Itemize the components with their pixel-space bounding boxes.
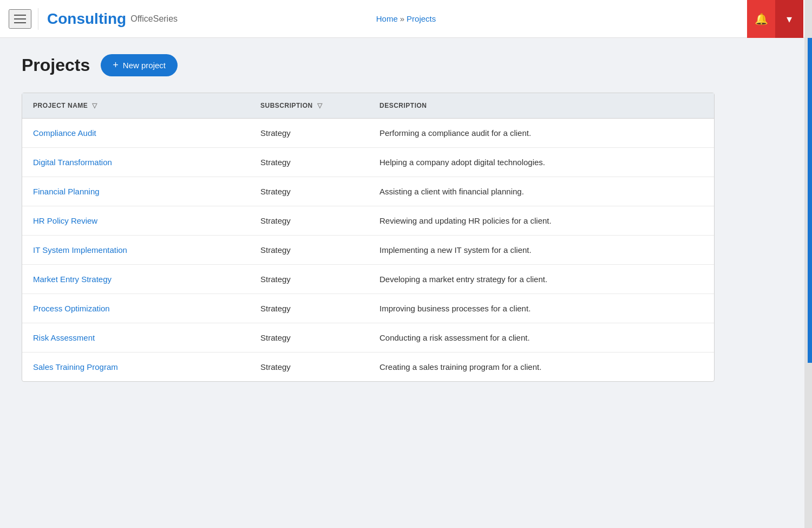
notification-bell-button[interactable]: 🔔	[747, 0, 775, 38]
description-cell: Assisting a client with financial planni…	[369, 177, 714, 206]
description-cell: Implementing a new IT system for a clien…	[369, 236, 714, 265]
subscription-cell: Strategy	[250, 323, 369, 353]
subscription-cell: Strategy	[250, 119, 369, 148]
table-row: HR Policy ReviewStrategyReviewing and up…	[22, 206, 714, 236]
project-name-link[interactable]: HR Policy Review	[33, 216, 97, 225]
breadcrumb: Home » Projects	[376, 14, 436, 23]
table-header: PROJECT NAME ▽ SUBSCRIPTION ▽ DESCRIPTIO…	[22, 93, 714, 119]
col-header-project-name[interactable]: PROJECT NAME ▽	[22, 93, 250, 119]
subscription-filter-icon[interactable]: ▽	[317, 102, 323, 109]
page-title: Projects	[22, 55, 90, 75]
projects-table: PROJECT NAME ▽ SUBSCRIPTION ▽ DESCRIPTIO…	[22, 93, 714, 381]
project-name-cell: Compliance Audit	[22, 119, 250, 148]
new-project-button[interactable]: + New project	[101, 54, 178, 76]
bell-icon: 🔔	[755, 12, 768, 25]
brand-subtitle: OfficeSeries	[130, 14, 178, 24]
dropdown-icon: ▾	[787, 12, 792, 25]
header-divider	[38, 8, 38, 30]
new-project-label: New project	[123, 61, 166, 70]
table-row: Sales Training ProgramStrategyCreating a…	[22, 353, 714, 382]
new-project-plus-icon: +	[113, 60, 119, 71]
subscription-cell: Strategy	[250, 294, 369, 323]
description-cell: Improving business processes for a clien…	[369, 294, 714, 323]
table-body: Compliance AuditStrategyPerforming a com…	[22, 119, 714, 382]
header: Consulting OfficeSeries Home » Projects …	[0, 0, 812, 38]
project-name-link[interactable]: Process Optimization	[33, 304, 110, 313]
breadcrumb-current: Projects	[407, 14, 436, 23]
subscription-cell: Strategy	[250, 353, 369, 382]
description-cell: Creating a sales training program for a …	[369, 353, 714, 382]
hamburger-button[interactable]	[9, 9, 31, 29]
brand-title: Consulting	[47, 10, 126, 28]
project-name-cell: Market Entry Strategy	[22, 265, 250, 294]
col-project-name-label: PROJECT NAME	[33, 102, 88, 109]
project-name-cell: Digital Transformation	[22, 148, 250, 177]
project-name-link[interactable]: Market Entry Strategy	[33, 275, 112, 284]
scrollbar-track[interactable]	[804, 0, 812, 528]
project-name-link[interactable]: IT System Implementation	[33, 245, 127, 255]
project-name-cell: Risk Assessment	[22, 323, 250, 353]
projects-table-container: PROJECT NAME ▽ SUBSCRIPTION ▽ DESCRIPTIO…	[22, 93, 715, 382]
table-row: Market Entry StrategyStrategyDeveloping …	[22, 265, 714, 294]
project-name-cell: IT System Implementation	[22, 236, 250, 265]
table-row: Financial PlanningStrategyAssisting a cl…	[22, 177, 714, 206]
description-cell: Helping a company adopt digital technolo…	[369, 148, 714, 177]
user-dropdown-button[interactable]: ▾	[775, 0, 803, 38]
subscription-cell: Strategy	[250, 236, 369, 265]
table-row: Compliance AuditStrategyPerforming a com…	[22, 119, 714, 148]
description-cell: Reviewing and updating HR policies for a…	[369, 206, 714, 236]
description-cell: Developing a market entry strategy for a…	[369, 265, 714, 294]
table-row: Risk AssessmentStrategyConducting a risk…	[22, 323, 714, 353]
project-name-cell: HR Policy Review	[22, 206, 250, 236]
col-description-label: DESCRIPTION	[379, 102, 427, 109]
project-name-filter-icon[interactable]: ▽	[92, 102, 97, 109]
col-subscription-label: SUBSCRIPTION	[260, 102, 313, 109]
subscription-cell: Strategy	[250, 148, 369, 177]
description-cell: Performing a compliance audit for a clie…	[369, 119, 714, 148]
scrollbar-thumb[interactable]	[808, 38, 812, 363]
project-name-cell: Process Optimization	[22, 294, 250, 323]
table-row: IT System ImplementationStrategyImplemen…	[22, 236, 714, 265]
subscription-cell: Strategy	[250, 206, 369, 236]
project-name-link[interactable]: Sales Training Program	[33, 362, 118, 371]
project-name-link[interactable]: Financial Planning	[33, 187, 100, 196]
col-header-subscription[interactable]: SUBSCRIPTION ▽	[250, 93, 369, 119]
table-row: Digital TransformationStrategyHelping a …	[22, 148, 714, 177]
project-name-cell: Sales Training Program	[22, 353, 250, 382]
subscription-cell: Strategy	[250, 265, 369, 294]
col-header-description: DESCRIPTION	[369, 93, 714, 119]
project-name-cell: Financial Planning	[22, 177, 250, 206]
breadcrumb-home-link[interactable]: Home	[376, 14, 398, 23]
main-content: Projects + New project PROJECT NAME ▽	[0, 38, 812, 398]
table-row: Process OptimizationStrategyImproving bu…	[22, 294, 714, 323]
page-header: Projects + New project	[22, 54, 790, 76]
breadcrumb-separator: »	[400, 14, 404, 23]
description-cell: Conducting a risk assessment for a clien…	[369, 323, 714, 353]
project-name-link[interactable]: Risk Assessment	[33, 333, 95, 342]
subscription-cell: Strategy	[250, 177, 369, 206]
project-name-link[interactable]: Digital Transformation	[33, 158, 112, 167]
header-actions: 🔔 ▾	[747, 0, 803, 38]
project-name-link[interactable]: Compliance Audit	[33, 128, 96, 138]
